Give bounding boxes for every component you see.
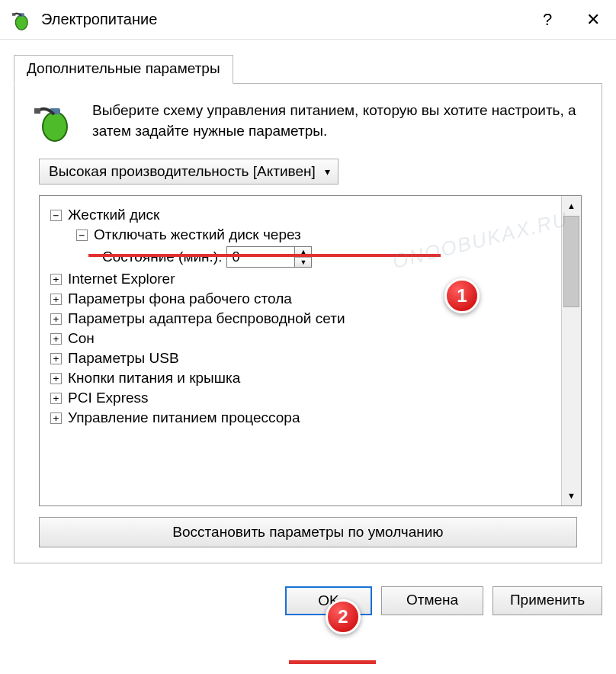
- cancel-button[interactable]: Отмена: [381, 586, 483, 615]
- chevron-down-icon: ▾: [325, 165, 330, 178]
- intro-text: Выберите схему управления питанием, кото…: [92, 101, 582, 142]
- window-title: Электропитание: [41, 11, 525, 28]
- expand-toggle[interactable]: +: [50, 294, 62, 305]
- callout-badge-1: 1: [444, 278, 480, 313]
- collapse-toggle[interactable]: −: [76, 229, 88, 241]
- expand-toggle[interactable]: +: [50, 353, 62, 364]
- expand-toggle[interactable]: +: [50, 393, 62, 404]
- dialog-footer: OK Отмена Применить: [0, 574, 616, 627]
- expand-toggle[interactable]: +: [50, 274, 62, 285]
- callout-badge-2: 2: [326, 599, 361, 634]
- expand-toggle[interactable]: +: [50, 313, 62, 325]
- tree-item-wifi[interactable]: Параметры адаптера беспроводной сети: [68, 310, 345, 327]
- state-minutes-input[interactable]: [226, 246, 295, 268]
- restore-defaults-button[interactable]: Восстановить параметры по умолчанию: [39, 517, 577, 547]
- titlebar: Электропитание ? ✕: [0, 0, 616, 40]
- expand-toggle[interactable]: +: [50, 373, 62, 384]
- tree-item-hard-disk[interactable]: Жесткий диск: [68, 207, 159, 223]
- power-plan-dropdown[interactable]: Высокая производительность [Активен] ▾: [39, 159, 338, 185]
- help-button[interactable]: ?: [525, 2, 570, 38]
- spinner: ▲ ▼: [295, 246, 312, 268]
- tree-item-buttons-lid[interactable]: Кнопки питания и крышка: [68, 370, 240, 387]
- apply-button[interactable]: Применить: [492, 586, 602, 615]
- tree-item-usb[interactable]: Параметры USB: [68, 350, 179, 367]
- tree-item-ie[interactable]: Internet Explorer: [68, 271, 175, 287]
- highlight-underline-ok: [289, 660, 376, 664]
- power-icon: [12, 9, 34, 30]
- tree-item-sleep[interactable]: Сон: [68, 330, 95, 347]
- state-row: Состояние (мин.): ▲ ▼: [102, 246, 555, 268]
- spinner-down[interactable]: ▼: [295, 258, 311, 268]
- svg-point-3: [43, 112, 67, 141]
- settings-tree: −Жесткий диск −Отключать жесткий диск че…: [39, 195, 582, 506]
- power-plan-label: Высокая производительность [Активен]: [49, 163, 316, 180]
- tree-item-desktop-bg[interactable]: Параметры фона рабочего стола: [68, 290, 292, 307]
- collapse-toggle[interactable]: −: [50, 210, 62, 221]
- svg-rect-5: [34, 108, 40, 114]
- close-button[interactable]: ✕: [570, 2, 616, 38]
- state-label: Состояние (мин.):: [102, 249, 222, 265]
- tree-item-turn-off-disk[interactable]: Отключать жесткий диск через: [94, 226, 301, 243]
- expand-toggle[interactable]: +: [50, 333, 62, 345]
- battery-icon: [34, 101, 75, 142]
- svg-rect-2: [12, 13, 15, 16]
- tab-panel: Выберите схему управления питанием, кото…: [14, 83, 602, 563]
- expand-toggle[interactable]: +: [50, 412, 62, 424]
- svg-point-0: [15, 14, 27, 29]
- tree-item-cpu[interactable]: Управление питанием процессора: [68, 409, 300, 426]
- highlight-underline-1: [88, 254, 441, 257]
- tree-item-pci[interactable]: PCI Express: [68, 390, 149, 406]
- scroll-track[interactable]: [562, 307, 581, 486]
- scroll-up-icon[interactable]: ▲: [562, 196, 581, 216]
- scroll-thumb[interactable]: [563, 216, 579, 307]
- tree-scrollbar[interactable]: ▲ ▼: [561, 196, 581, 505]
- scroll-down-icon[interactable]: ▼: [562, 486, 581, 505]
- tab-advanced-settings[interactable]: Дополнительные параметры: [14, 55, 233, 84]
